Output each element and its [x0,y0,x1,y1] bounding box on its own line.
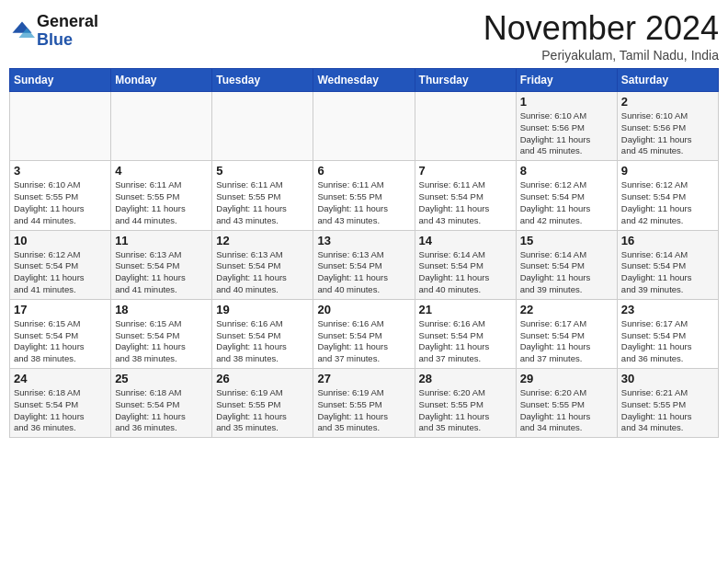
day-info: Sunrise: 6:21 AM Sunset: 5:55 PM Dayligh… [621,387,714,434]
day-info: Sunrise: 6:12 AM Sunset: 5:54 PM Dayligh… [520,179,613,226]
day-info: Sunrise: 6:10 AM Sunset: 5:56 PM Dayligh… [621,110,714,157]
day-info: Sunrise: 6:13 AM Sunset: 5:54 PM Dayligh… [317,249,410,296]
day-number: 14 [419,234,512,247]
weekday-header-sunday: Sunday [10,69,111,92]
day-info: Sunrise: 6:13 AM Sunset: 5:54 PM Dayligh… [216,249,309,296]
day-info: Sunrise: 6:20 AM Sunset: 5:55 PM Dayligh… [419,387,512,434]
day-number: 20 [317,303,410,316]
day-number: 9 [621,164,714,178]
day-info: Sunrise: 6:17 AM Sunset: 5:54 PM Dayligh… [520,318,613,365]
title-block: November 2024 Periyakulam, Tamil Nadu, I… [483,9,719,63]
calendar-cell [212,92,313,161]
calendar-header-row: SundayMondayTuesdayWednesdayThursdayFrid… [10,69,719,92]
calendar-cell: 21Sunrise: 6:16 AM Sunset: 5:54 PM Dayli… [415,299,516,368]
calendar-cell: 13Sunrise: 6:13 AM Sunset: 5:54 PM Dayli… [313,230,415,299]
calendar-cell: 26Sunrise: 6:19 AM Sunset: 5:55 PM Dayli… [212,369,313,438]
calendar-cell: 17Sunrise: 6:15 AM Sunset: 5:54 PM Dayli… [10,299,111,368]
calendar-table: SundayMondayTuesdayWednesdayThursdayFrid… [9,68,719,438]
day-number: 29 [520,372,613,385]
day-info: Sunrise: 6:19 AM Sunset: 5:55 PM Dayligh… [216,387,309,434]
day-info: Sunrise: 6:11 AM Sunset: 5:55 PM Dayligh… [115,179,208,226]
calendar-week-2: 3Sunrise: 6:10 AM Sunset: 5:55 PM Daylig… [10,161,719,230]
calendar-week-1: 1Sunrise: 6:10 AM Sunset: 5:56 PM Daylig… [10,92,719,161]
day-number: 4 [115,164,208,178]
calendar-cell: 25Sunrise: 6:18 AM Sunset: 5:54 PM Dayli… [111,369,212,438]
logo-general: General [37,13,98,31]
calendar-cell [313,92,415,161]
day-number: 13 [317,234,410,247]
day-info: Sunrise: 6:15 AM Sunset: 5:54 PM Dayligh… [14,318,107,365]
calendar-week-3: 10Sunrise: 6:12 AM Sunset: 5:54 PM Dayli… [10,230,719,299]
calendar-cell: 20Sunrise: 6:16 AM Sunset: 5:54 PM Dayli… [313,299,415,368]
day-info: Sunrise: 6:15 AM Sunset: 5:54 PM Dayligh… [115,318,208,365]
calendar-cell: 27Sunrise: 6:19 AM Sunset: 5:55 PM Dayli… [313,369,415,438]
weekday-header-thursday: Thursday [415,69,516,92]
day-info: Sunrise: 6:11 AM Sunset: 5:55 PM Dayligh… [216,179,309,226]
day-number: 15 [520,234,613,247]
calendar-cell: 8Sunrise: 6:12 AM Sunset: 5:54 PM Daylig… [516,161,617,230]
day-info: Sunrise: 6:19 AM Sunset: 5:55 PM Dayligh… [317,387,410,434]
day-number: 1 [520,95,613,109]
calendar-cell: 29Sunrise: 6:20 AM Sunset: 5:55 PM Dayli… [516,369,617,438]
day-info: Sunrise: 6:16 AM Sunset: 5:54 PM Dayligh… [317,318,410,365]
day-info: Sunrise: 6:16 AM Sunset: 5:54 PM Dayligh… [419,318,512,365]
page-header: General Blue November 2024 Periyakulam, … [9,9,719,63]
calendar-cell: 16Sunrise: 6:14 AM Sunset: 5:54 PM Dayli… [617,230,718,299]
calendar-cell: 30Sunrise: 6:21 AM Sunset: 5:55 PM Dayli… [617,369,718,438]
day-info: Sunrise: 6:10 AM Sunset: 5:55 PM Dayligh… [14,179,107,226]
calendar-cell: 19Sunrise: 6:16 AM Sunset: 5:54 PM Dayli… [212,299,313,368]
day-number: 12 [216,234,309,247]
day-info: Sunrise: 6:14 AM Sunset: 5:54 PM Dayligh… [621,249,714,296]
day-info: Sunrise: 6:12 AM Sunset: 5:54 PM Dayligh… [14,249,107,296]
calendar-cell: 15Sunrise: 6:14 AM Sunset: 5:54 PM Dayli… [516,230,617,299]
day-info: Sunrise: 6:14 AM Sunset: 5:54 PM Dayligh… [419,249,512,296]
calendar-cell: 28Sunrise: 6:20 AM Sunset: 5:55 PM Dayli… [415,369,516,438]
day-number: 5 [216,164,309,178]
day-info: Sunrise: 6:18 AM Sunset: 5:54 PM Dayligh… [14,387,107,434]
calendar-cell: 4Sunrise: 6:11 AM Sunset: 5:55 PM Daylig… [111,161,212,230]
logo-blue: Blue [37,30,73,49]
calendar-cell: 3Sunrise: 6:10 AM Sunset: 5:55 PM Daylig… [10,161,111,230]
day-number: 6 [317,164,410,178]
day-number: 22 [520,303,613,316]
day-number: 10 [14,234,107,247]
calendar-cell: 2Sunrise: 6:10 AM Sunset: 5:56 PM Daylig… [617,92,718,161]
calendar-cell: 12Sunrise: 6:13 AM Sunset: 5:54 PM Dayli… [212,230,313,299]
calendar-cell: 5Sunrise: 6:11 AM Sunset: 5:55 PM Daylig… [212,161,313,230]
day-number: 18 [115,303,208,316]
weekday-header-wednesday: Wednesday [313,69,415,92]
day-info: Sunrise: 6:17 AM Sunset: 5:54 PM Dayligh… [621,318,714,365]
day-number: 8 [520,164,613,178]
day-info: Sunrise: 6:13 AM Sunset: 5:54 PM Dayligh… [115,249,208,296]
day-number: 17 [14,303,107,316]
day-info: Sunrise: 6:18 AM Sunset: 5:54 PM Dayligh… [115,387,208,434]
day-number: 7 [419,164,512,178]
logo-icon [9,18,35,44]
calendar-cell [10,92,111,161]
weekday-header-monday: Monday [111,69,212,92]
calendar-cell: 1Sunrise: 6:10 AM Sunset: 5:56 PM Daylig… [516,92,617,161]
calendar-week-5: 24Sunrise: 6:18 AM Sunset: 5:54 PM Dayli… [10,369,719,438]
location-text: Periyakulam, Tamil Nadu, India [483,48,719,63]
day-number: 25 [115,372,208,385]
day-info: Sunrise: 6:11 AM Sunset: 5:54 PM Dayligh… [419,179,512,226]
calendar-cell: 10Sunrise: 6:12 AM Sunset: 5:54 PM Dayli… [10,230,111,299]
day-info: Sunrise: 6:10 AM Sunset: 5:56 PM Dayligh… [520,110,613,157]
weekday-header-friday: Friday [516,69,617,92]
day-info: Sunrise: 6:20 AM Sunset: 5:55 PM Dayligh… [520,387,613,434]
calendar-cell [111,92,212,161]
day-info: Sunrise: 6:16 AM Sunset: 5:54 PM Dayligh… [216,318,309,365]
calendar-week-4: 17Sunrise: 6:15 AM Sunset: 5:54 PM Dayli… [10,299,719,368]
calendar-cell: 23Sunrise: 6:17 AM Sunset: 5:54 PM Dayli… [617,299,718,368]
weekday-header-saturday: Saturday [617,69,718,92]
day-number: 11 [115,234,208,247]
calendar-cell: 6Sunrise: 6:11 AM Sunset: 5:55 PM Daylig… [313,161,415,230]
day-number: 21 [419,303,512,316]
calendar-cell: 11Sunrise: 6:13 AM Sunset: 5:54 PM Dayli… [111,230,212,299]
day-number: 3 [14,164,107,178]
calendar-cell: 7Sunrise: 6:11 AM Sunset: 5:54 PM Daylig… [415,161,516,230]
day-number: 28 [419,372,512,385]
calendar-cell: 18Sunrise: 6:15 AM Sunset: 5:54 PM Dayli… [111,299,212,368]
calendar-cell [415,92,516,161]
day-info: Sunrise: 6:12 AM Sunset: 5:54 PM Dayligh… [621,179,714,226]
